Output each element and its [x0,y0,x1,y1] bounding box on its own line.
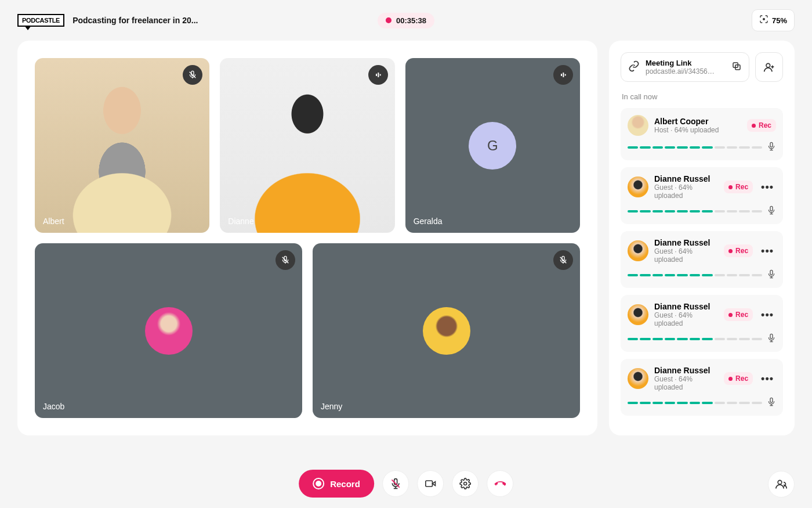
settings-button[interactable] [452,470,478,497]
record-button[interactable]: Record [299,470,374,498]
upload-progress [628,274,762,276]
more-button[interactable]: ••• [759,181,776,193]
participant-sub: Guest · 64% uploaded [654,375,718,391]
svg-rect-4 [379,74,380,76]
participant-avatar [628,176,648,197]
svg-point-16 [778,480,782,484]
upload-progress [628,338,762,340]
camera-toggle-button[interactable] [417,470,444,497]
video-tile-jenny[interactable]: Jenny [313,243,580,418]
participant-name: Dianne Russel [654,238,718,247]
more-button[interactable]: ••• [759,309,776,321]
microphone-toggle-button[interactable] [382,470,409,497]
video-tile-geralda[interactable]: G Geralda [405,58,580,233]
more-button[interactable]: ••• [759,373,776,385]
mic-icon[interactable] [767,142,776,153]
rec-badge: Rec [724,308,753,321]
participant-name: Dianne Russel [654,366,718,375]
video-tile-albert[interactable]: Albert [35,58,209,233]
upload-progress [628,210,762,212]
meeting-link-label: Meeting Link [646,59,726,67]
svg-point-12 [766,63,770,67]
more-button[interactable]: ••• [759,245,776,257]
avatar-letter: G [469,122,516,170]
app-header: PODCASTLE Podcasting for freelancer in 2… [0,0,812,41]
app-logo[interactable]: PODCASTLE [17,14,64,27]
recording-dot-icon [386,17,392,23]
record-icon [313,478,324,489]
upload-progress [628,146,762,149]
mic-icon[interactable] [767,269,776,281]
svg-rect-7 [565,74,566,76]
zoom-level-text: 75% [772,16,787,25]
mic-icon[interactable] [767,333,776,345]
meeting-link-url: podcastle.ai/i/34356… [646,67,726,75]
tile-name-label: Jacob [43,402,64,411]
svg-rect-3 [378,73,379,77]
participant-sub: Guest · 64% uploaded [654,183,718,200]
participants-list: Albert Cooper Host · 64% uploaded Rec Di… [621,108,783,423]
participant-avatar [628,368,648,389]
header-left: PODCASTLE Podcasting for freelancer in 2… [17,14,198,27]
svg-rect-6 [563,73,564,77]
video-tile-dianne[interactable]: Dianne [220,58,394,233]
participant-name: Dianne Russel [654,302,718,311]
participant-name: Albert Cooper [654,117,741,126]
mic-icon[interactable] [767,397,776,409]
tile-name-label: Geralda [414,217,443,226]
copy-icon[interactable] [731,61,742,74]
svg-point-15 [463,482,466,485]
meeting-link-card[interactable]: Meeting Link podcastle.ai/i/34356… [621,52,749,82]
participant-avatar [628,115,648,136]
participant-sub: Host · 64% uploaded [654,126,741,134]
timer-text: 00:35:38 [396,16,426,25]
hangup-button[interactable] [487,470,513,497]
recording-timer-pill: 00:35:38 [378,13,434,28]
participant-name: Dianne Russel [654,174,718,183]
mic-muted-icon [553,250,573,270]
participant-card: Dianne Russel Guest · 64% uploaded Rec •… [621,231,783,288]
participant-card: Dianne Russel Guest · 64% uploaded Rec •… [621,167,783,224]
avatar-photo [145,307,193,355]
participant-sub: Guest · 64% uploaded [654,247,718,264]
video-tile-jacob[interactable]: Jacob [35,243,302,418]
audio-bars-icon [553,65,573,85]
audio-bars-icon [368,65,388,85]
logo-text: PODCASTLE [22,17,60,24]
rec-badge: Rec [724,244,753,257]
rec-badge: Rec [724,181,753,193]
participant-card: Albert Cooper Host · 64% uploaded Rec [621,108,783,160]
participant-card: Dianne Russel Guest · 64% uploaded Rec •… [621,359,783,416]
participant-avatar [628,304,648,325]
svg-point-0 [763,19,765,20]
in-call-label: In call now [622,92,782,101]
rec-badge: Rec [724,372,753,385]
avatar-photo [423,307,470,355]
participant-sub: Guest · 64% uploaded [654,311,718,327]
tile-name-label: Dianne [228,217,253,226]
participant-card: Dianne Russel Guest · 64% uploaded Rec •… [621,295,783,352]
upload-progress [628,402,762,404]
video-grid: Albert Dianne G Geralda [17,41,597,435]
invite-button[interactable] [755,52,783,82]
tile-name-label: Albert [43,217,64,226]
people-fab-button[interactable] [768,471,795,498]
svg-rect-2 [376,74,377,76]
control-bar: Record [299,470,513,498]
participants-sidebar: Meeting Link podcastle.ai/i/34356… In ca… [609,41,795,435]
main-content: Albert Dianne G Geralda [0,41,812,447]
rec-badge: Rec [747,119,776,132]
session-title: Podcasting for freelancer in 20... [72,16,198,25]
link-icon [628,60,640,74]
svg-rect-5 [561,74,562,76]
mic-icon[interactable] [767,206,776,217]
tile-name-label: Jenny [321,402,342,411]
mic-muted-icon [276,250,295,270]
svg-rect-14 [426,481,433,487]
participant-avatar [628,240,648,261]
focus-icon [759,15,768,26]
record-label: Record [330,479,360,489]
zoom-control[interactable]: 75% [752,9,795,31]
